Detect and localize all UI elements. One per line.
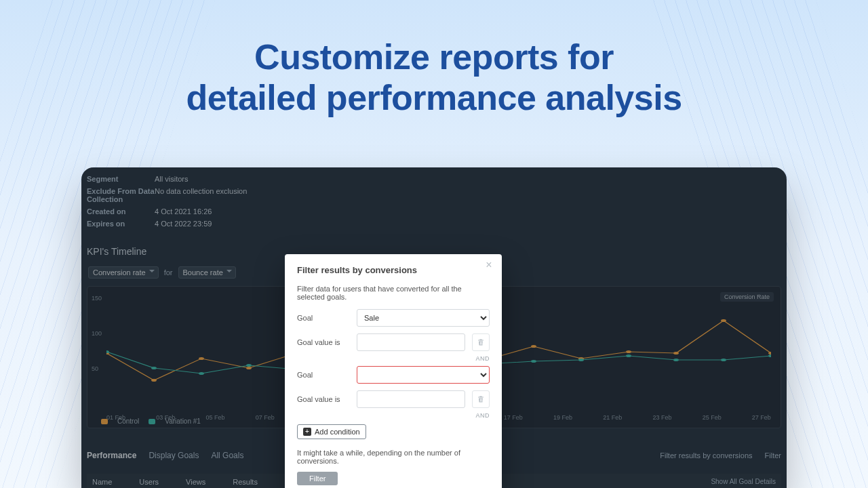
modal-title: Filter results by conversions: [297, 265, 490, 275]
goal-2-label: Goal: [297, 371, 350, 379]
modal-note: It might take a while, depending on the …: [297, 449, 490, 465]
delete-condition-2-button[interactable]: [472, 390, 490, 408]
trash-icon: [477, 338, 485, 346]
and-1: AND: [297, 355, 490, 362]
trash-icon: [477, 395, 485, 403]
plus-icon: +: [303, 428, 311, 436]
goal-value-2-label: Goal value is: [297, 395, 350, 403]
add-condition-label: Add condition: [315, 428, 360, 436]
headline-line-1: Customize reports for: [0, 37, 868, 78]
goal-1-label: Goal: [297, 314, 350, 322]
goal-value-1-input[interactable]: [357, 333, 465, 351]
delete-condition-1-button[interactable]: [472, 333, 490, 351]
modal-desc: Filter data for users that have converte…: [297, 285, 490, 301]
close-icon[interactable]: ×: [483, 260, 495, 272]
goal-value-1-label: Goal value is: [297, 338, 350, 346]
goal-value-2-input[interactable]: [357, 390, 465, 408]
goal-2-select[interactable]: [357, 366, 490, 384]
page-headline: Customize reports for detailed performan…: [0, 37, 868, 119]
and-2: AND: [297, 412, 490, 419]
headline-line-2: detailed performance analysis: [0, 78, 868, 119]
goal-1-select[interactable]: Sale: [357, 309, 490, 327]
add-condition-button[interactable]: + Add condition: [297, 424, 366, 439]
filter-button[interactable]: Filter: [297, 472, 338, 485]
app-window: Segment All visitors Exclude From Data C…: [81, 167, 787, 488]
filter-modal: × Filter results by conversions Filter d…: [285, 254, 502, 488]
